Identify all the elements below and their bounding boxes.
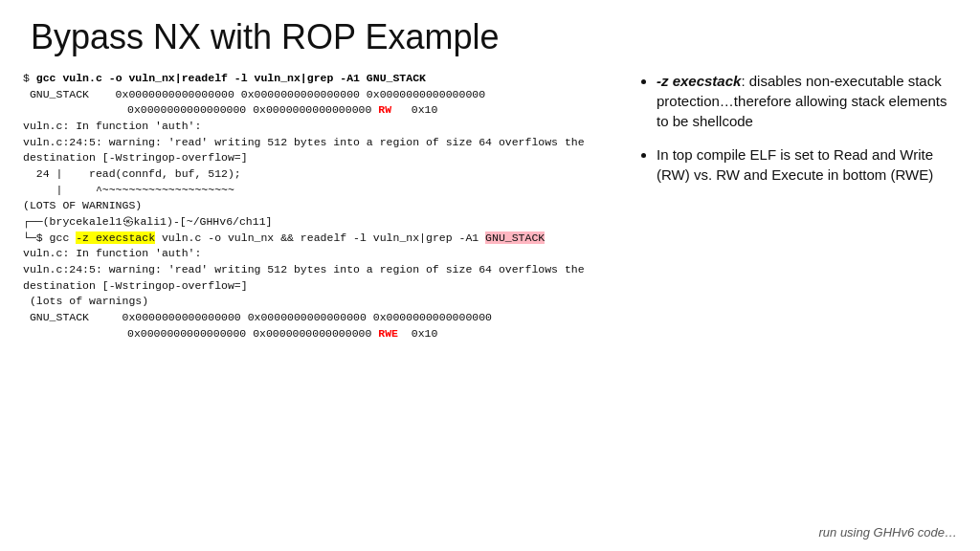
gnu-stack2-line1: GNU_STACK 0x0000000000000000 0x000000000… — [23, 310, 616, 326]
bullet-list: -z execstack: disables non-executable st… — [635, 71, 957, 185]
run-note: run using GHHv6 code… — [818, 525, 957, 540]
prompt1: ┌──(brycekalel1㉿kali1)-[~/GHHv6/ch11] — [23, 214, 616, 231]
code-line2: | ^~~~~~~~~~~~~~~~~~~~~ — [23, 183, 616, 199]
lots-warnings2: (lots of warnings) — [23, 294, 616, 310]
gnu-stack-line1: GNU_STACK 0x0000000000000000 0x000000000… — [23, 87, 616, 103]
warning2: vuln.c:24:5: warning: 'read' writing 512… — [23, 262, 616, 278]
left-panel: $ gcc vuln.c -o vuln_nx|readelf -l vuln_… — [23, 71, 616, 541]
warning2-cont: destination [-Wstringop-overflow=] — [23, 278, 616, 295]
cmd1: $ gcc vuln.c -o vuln_nx|readelf -l vuln_… — [23, 71, 616, 87]
warning1: vuln.c:24:5: warning: 'read' writing 512… — [23, 135, 616, 151]
page: Bypass NX with ROP Example $ gcc vuln.c … — [0, 0, 980, 551]
content-area: $ gcc vuln.c -o vuln_nx|readelf -l vuln_… — [23, 71, 957, 541]
warning1-cont: destination [-Wstringop-overflow=] — [23, 150, 616, 166]
gnu-stack-line2: 0x0000000000000000 0x0000000000000000 RW… — [61, 102, 616, 119]
bullet-item-2: In top compile ELF is set to Read and Wr… — [657, 144, 957, 185]
right-panel: -z execstack: disables non-executable st… — [616, 71, 957, 541]
bullet-item-1: -z execstack: disables non-executable st… — [657, 71, 957, 131]
vuln-function2: vuln.c: In function 'auth': — [23, 246, 616, 262]
vuln-function1: vuln.c: In function 'auth': — [23, 119, 616, 135]
bullet2-text: In top compile ELF is set to Read and Wr… — [657, 146, 933, 183]
code-line1: 24 | read(connfd, buf, 512); — [23, 166, 616, 183]
cmd2-line: └─$ gcc -z execstack vuln.c -o vuln_nx &… — [23, 231, 616, 247]
lots-warnings: (LOTS OF WARNINGS) — [23, 198, 616, 214]
page-title: Bypass NX with ROP Example — [31, 17, 957, 57]
bullet1-term: -z execstack — [657, 73, 741, 89]
gnu-stack2-line2: 0x0000000000000000 0x0000000000000000 RW… — [61, 326, 616, 342]
